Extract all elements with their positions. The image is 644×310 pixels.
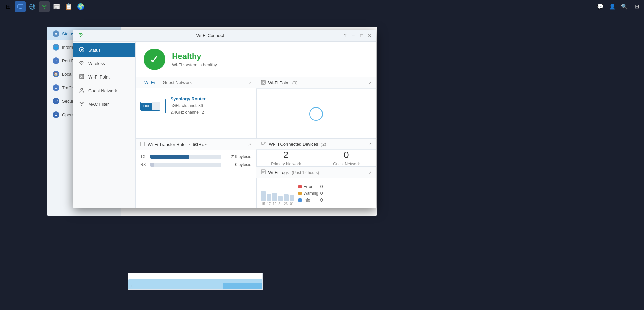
wifi-point-content: + [256, 89, 377, 139]
error-count: 0 [320, 184, 323, 189]
x-label-23: 23 [284, 202, 289, 206]
wifi-point-icon [261, 80, 266, 86]
grid-icon[interactable]: ⊞ [3, 1, 13, 12]
info-dot [298, 198, 302, 202]
sidebar-label-guestnetwork: Guest Network [88, 88, 117, 93]
log-bar-4 [278, 196, 283, 201]
sidebar-label-macfilter: MAC Filter [88, 102, 109, 107]
log-bar-2 [267, 194, 271, 201]
tab-wifi[interactable]: Wi-Fi [140, 77, 159, 88]
user-icon[interactable]: 👤 [608, 2, 617, 11]
logs-chart-area: 15 17 19 21 23 01 [261, 181, 294, 206]
sidebar-status-icon [79, 47, 85, 53]
toggle-slider [152, 102, 160, 110]
bottom-chart-zero: 0 [130, 284, 132, 288]
wifi-panel-expand[interactable]: ↗ [248, 77, 251, 88]
info-count: 0 [320, 198, 323, 203]
guest-network-stat: 0 Guest Network [316, 150, 376, 166]
devices-header-left: Wi-Fi Connected Devices (2) [261, 142, 326, 147]
guest-count: 0 [344, 150, 349, 160]
primary-network-stat: 2 Primary Network [256, 150, 316, 166]
logs-header-left: Wi-Fi Logs (Past 12 hours) [261, 169, 319, 175]
x-label-15: 15 [261, 202, 266, 206]
health-status-icon: ✓ [144, 49, 165, 70]
wifi-panel-content: ON Synology Router 5GHz channel: 36 2.4G… [136, 88, 256, 139]
toggle-on-label: ON [141, 103, 152, 110]
log-bar-6 [290, 195, 294, 201]
wifi-window-title: Wi-Fi Connect [77, 33, 343, 38]
add-wifi-point-button[interactable]: + [309, 107, 323, 121]
help-button[interactable]: ? [343, 33, 348, 38]
svg-point-7 [81, 49, 83, 51]
security-icon: 🛡 [53, 98, 59, 104]
wifi-window: Wi-Fi Connect ? − □ ✕ Status [73, 30, 376, 208]
wifi-point-expand[interactable]: ↗ [368, 81, 372, 85]
traffic-icon: ≡ [53, 84, 59, 91]
sidebar-item-guestnetwork[interactable]: Guest Network [73, 84, 135, 98]
legend-info: Info 0 [298, 198, 323, 203]
wifi-point-panel: Wi-Fi Point (0) ↗ + [256, 77, 377, 139]
svg-rect-17 [261, 142, 264, 144]
bottom-chart-bar-2 [223, 283, 263, 289]
layout-icon[interactable]: ⊟ [632, 2, 641, 11]
transfer-content: TX 219 bytes/s RX 0 bytes/s [136, 150, 256, 175]
wifi-main-content: ✓ Healthy Wi-Fi system is healthy. Wi-Fi… [136, 42, 376, 208]
close-button[interactable]: ✕ [367, 33, 372, 38]
sidebar-label-wifipoint: Wi-Fi Point [88, 74, 110, 80]
notes-icon[interactable]: 📋 [63, 1, 74, 12]
search-icon[interactable]: 🔍 [620, 2, 629, 11]
log-bar-1 [261, 191, 266, 201]
status-icon: ● [53, 30, 59, 37]
taskbar-right: 💬 👤 🔍 ⊟ [590, 2, 641, 11]
devices-panel-header: Wi-Fi Connected Devices (2) ↗ [256, 139, 377, 150]
sidebar-item-wireless[interactable]: Wireless [73, 57, 135, 70]
devices-stats: 2 Primary Network 0 Guest Network [256, 150, 377, 166]
globe2-icon[interactable]: 🌍 [75, 1, 86, 12]
portfw-icon: → [53, 57, 59, 64]
tab-guest-network[interactable]: Guest Network [159, 77, 196, 88]
wifi-sidebar: Status Wireless Wi-Fi Point [73, 42, 136, 208]
bg-sidebar-label-local: Local [62, 72, 72, 77]
logs-x-labels: 15 17 19 21 23 01 [261, 202, 294, 206]
monitor-icon[interactable] [15, 1, 26, 12]
wifi-toggle[interactable]: ON [140, 102, 160, 111]
devices-expand[interactable]: ↗ [368, 142, 372, 147]
network-globe-icon[interactable] [27, 1, 38, 12]
warning-count: 0 [320, 191, 323, 196]
bottom-chart: 0 [128, 273, 263, 290]
minimize-button[interactable]: − [351, 33, 356, 38]
primary-count: 2 [283, 150, 289, 160]
transfer-icon [140, 142, 145, 147]
rx-value: 0 bytes/s [225, 162, 251, 167]
wifi-card-divider [165, 99, 166, 113]
wifi-tabs: Wi-Fi Guest Network ↗ [136, 77, 256, 88]
wifi-point-add: + [261, 92, 372, 135]
x-label-19: 19 [272, 202, 277, 206]
channel-24ghz: 2.4GHz channel: 2 [171, 109, 206, 116]
right-panels: Wi-Fi Connected Devices (2) ↗ 2 Primary … [256, 138, 377, 208]
maximize-button[interactable]: □ [359, 33, 364, 38]
tx-bar-bg [150, 155, 221, 159]
devices-title: Wi-Fi Connected Devices (2) [269, 142, 326, 147]
devices-icon [261, 142, 266, 147]
transfer-expand[interactable]: ↗ [248, 142, 251, 147]
error-label: Error [304, 184, 318, 189]
logs-expand[interactable]: ↗ [368, 170, 372, 175]
sidebar-item-macfilter[interactable]: MAC Filter [73, 98, 135, 111]
logs-panel-header: Wi-Fi Logs (Past 12 hours) ↗ [256, 167, 377, 178]
freq-dropdown-arrow[interactable]: ▾ [205, 143, 207, 146]
x-label-01: 01 [290, 202, 294, 206]
sidebar-item-wifipoint[interactable]: Wi-Fi Point [73, 70, 135, 84]
logs-title: Wi-Fi Logs (Past 12 hours) [268, 170, 319, 175]
internet-icon: 🌐 [53, 44, 59, 51]
wifi-active-icon[interactable] [39, 1, 50, 12]
news-icon[interactable]: 📰 [51, 1, 62, 12]
log-bar-3 [272, 193, 277, 201]
sidebar-item-status[interactable]: Status [73, 43, 135, 57]
chat-icon[interactable]: 💬 [596, 2, 605, 11]
transfer-panel-header: Wi-Fi Transfer Rate - 5GHz ▾ ↗ [136, 139, 256, 150]
svg-rect-9 [81, 75, 83, 78]
sidebar-wireless-icon [79, 61, 85, 66]
wifi-network-card: ON Synology Router 5GHz channel: 36 2.4G… [140, 92, 251, 120]
wifi-network-info: Synology Router 5GHz channel: 36 2.4GHz … [171, 96, 206, 116]
